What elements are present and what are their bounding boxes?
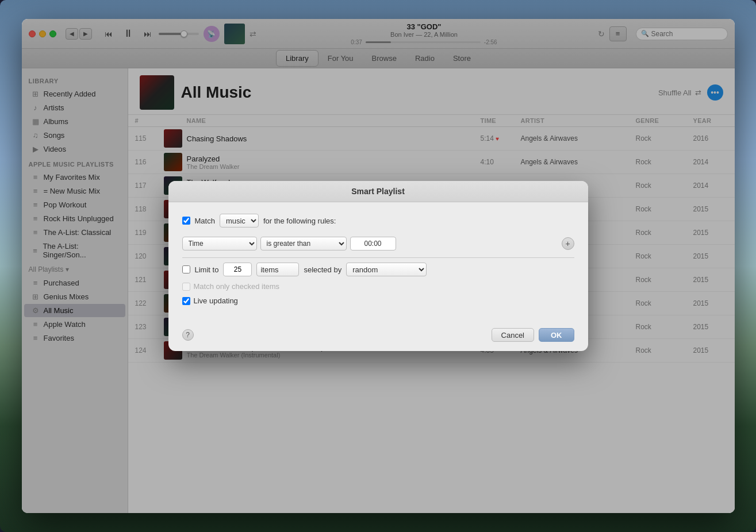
- for-rules-label: for the following rules:: [263, 217, 336, 225]
- add-rule-button[interactable]: +: [562, 237, 574, 250]
- match-checked-label: Match only checked items: [194, 282, 280, 291]
- cancel-button[interactable]: Cancel: [492, 328, 534, 342]
- modal-divider: [182, 257, 574, 258]
- items-select-wrapper: items minutes GB: [256, 263, 299, 276]
- items-select[interactable]: items minutes GB: [256, 263, 299, 276]
- match-checked-row: Match only checked items: [182, 282, 574, 291]
- selected-by-label: selected by: [304, 265, 341, 274]
- main-window: ◀ ▶ ⏮ ⏸ ⏭ 📡 ⇄ 33 "GOD" Bon Iver — 22, A …: [22, 19, 735, 513]
- limit-number-input[interactable]: [223, 263, 252, 276]
- limit-row: Limit to items minutes GB selected by ra…: [182, 263, 574, 276]
- live-updating-checkbox[interactable]: [182, 297, 190, 305]
- rule-row: Time Name Album Artist Genre is greater …: [182, 237, 574, 250]
- match-row: Match music all any for the following ru…: [182, 214, 574, 228]
- rule-field-select[interactable]: Time Name Album Artist Genre: [182, 237, 257, 250]
- modal-footer: ? Cancel OK: [168, 322, 588, 351]
- live-updating-label: Live updating: [194, 296, 238, 305]
- help-icon: ?: [186, 331, 190, 339]
- match-label: Match: [195, 217, 215, 225]
- modal-body: Match music all any for the following ru…: [168, 202, 588, 322]
- limit-label: Limit to: [195, 265, 219, 274]
- match-select[interactable]: music all any: [220, 214, 259, 228]
- ok-button[interactable]: OK: [539, 328, 574, 342]
- smart-playlist-modal: Smart Playlist Match music all any for t…: [168, 181, 588, 351]
- modal-titlebar: Smart Playlist: [168, 181, 588, 202]
- selected-by-select[interactable]: random name artist: [346, 263, 427, 276]
- rule-value-input[interactable]: [350, 237, 396, 250]
- modal-overlay: Smart Playlist Match music all any for t…: [22, 19, 735, 513]
- match-checked-checkbox[interactable]: [182, 283, 190, 291]
- rule-condition-select[interactable]: is greater than is less than is: [260, 237, 347, 250]
- help-button[interactable]: ?: [182, 329, 194, 341]
- live-updating-row: Live updating: [182, 296, 574, 305]
- match-checkbox[interactable]: [182, 217, 190, 225]
- limit-checkbox[interactable]: [182, 265, 190, 273]
